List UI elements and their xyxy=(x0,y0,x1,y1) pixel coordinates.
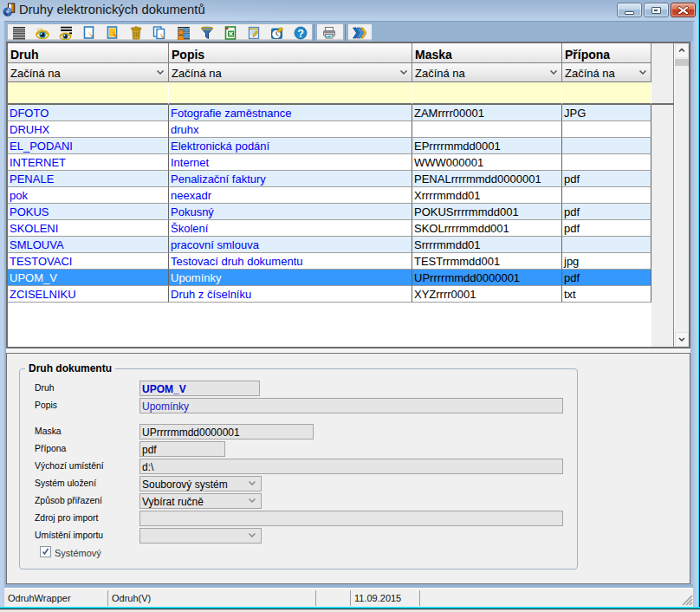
svg-text:?: ? xyxy=(297,28,304,40)
